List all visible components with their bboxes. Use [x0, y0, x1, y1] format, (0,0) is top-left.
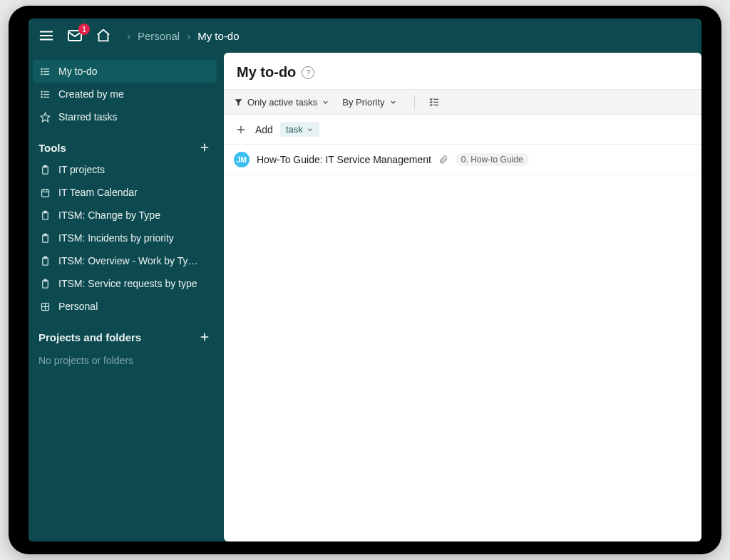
app-screen: 1 › Personal › My to-do My to-doCreated …: [29, 19, 701, 541]
list-icon: [38, 66, 51, 77]
sidebar-item-label: My to-do: [58, 66, 211, 77]
sidebar-item-it-projects[interactable]: IT projects: [29, 158, 221, 181]
inbox-badge: 1: [78, 24, 90, 35]
chevron-down-icon: [322, 98, 329, 106]
sidebar-item-it-team-calendar[interactable]: IT Team Calendar: [29, 181, 221, 204]
sidebar-item-my-to-do[interactable]: My to-do: [33, 60, 217, 83]
sidebar-item-label: Starred tasks: [58, 111, 211, 123]
svg-point-15: [41, 96, 41, 97]
home-icon[interactable]: [94, 26, 113, 45]
list-icon: [38, 89, 51, 100]
svg-point-7: [41, 68, 41, 69]
page-title: My to-do: [237, 64, 296, 81]
filter-sort[interactable]: By Priority: [342, 97, 396, 108]
filter-active-tasks[interactable]: Only active tasks: [234, 97, 329, 108]
clipboard-icon: [38, 233, 51, 244]
chevron-right-icon: ›: [187, 30, 190, 42]
clipboard-icon: [38, 279, 51, 289]
star-icon: [38, 112, 51, 123]
svg-point-9: [41, 73, 41, 74]
chevron-right-icon: ›: [127, 30, 130, 42]
sidebar-item-itsm-overview-work-by-ty[interactable]: ITSM: Overview - Work by Ty…: [29, 249, 221, 272]
add-task-row[interactable]: Add task: [224, 115, 701, 145]
add-project-icon[interactable]: [198, 331, 211, 343]
clipboard-icon: [38, 210, 51, 221]
sidebar-item-personal[interactable]: Personal: [29, 295, 221, 318]
page-title-row: My to-do ?: [224, 53, 701, 89]
breadcrumb-current: My to-do: [197, 30, 239, 42]
sidebar-item-itsm-change-by-type[interactable]: ITSM: Change by Type: [29, 204, 221, 227]
inbox-icon[interactable]: 1: [66, 26, 84, 45]
breadcrumb: › Personal › My to-do: [127, 30, 240, 42]
svg-point-14: [41, 93, 41, 94]
calendar-icon: [38, 187, 51, 198]
tools-title: Tools: [38, 142, 66, 154]
subtasks-toggle-icon[interactable]: [428, 95, 441, 108]
tasks-list: JMHow-To Guide: IT Service Management0. …: [224, 145, 701, 175]
task-tag: 0. How-to Guide: [456, 153, 529, 166]
main-panel: My to-do ? Only active tasks By Priority: [224, 53, 701, 541]
grid-icon: [38, 301, 51, 312]
sidebar-item-label: IT projects: [58, 164, 211, 175]
svg-marker-16: [41, 113, 50, 122]
plus-icon: [234, 123, 248, 137]
sidebar-item-created-by-me[interactable]: Created by me: [29, 83, 221, 105]
task-title: How-To Guide: IT Service Management: [257, 154, 431, 165]
chevron-down-icon: [389, 98, 397, 106]
sidebar-item-starred-tasks[interactable]: Starred tasks: [29, 105, 221, 128]
avatar: JM: [234, 152, 250, 167]
body: My to-doCreated by meStarred tasks Tools…: [29, 53, 701, 541]
projects-section-head: Projects and folders: [29, 318, 221, 348]
divider: [414, 95, 415, 108]
tools-section-head: Tools: [29, 128, 221, 158]
svg-point-13: [41, 91, 41, 92]
help-icon[interactable]: ?: [302, 66, 314, 79]
svg-point-8: [41, 71, 41, 71]
filter-sort-label: By Priority: [342, 97, 384, 108]
breadcrumb-parent[interactable]: Personal: [138, 30, 180, 42]
add-type-pill[interactable]: task: [280, 122, 319, 137]
svg-rect-21: [41, 190, 48, 197]
clipboard-icon: [38, 256, 51, 266]
task-row[interactable]: JMHow-To Guide: IT Service Management0. …: [224, 145, 701, 175]
sidebar-item-itsm-incidents-by-priority[interactable]: ITSM: Incidents by priority: [29, 227, 221, 249]
sidebar: My to-doCreated by meStarred tasks Tools…: [29, 53, 221, 541]
sidebar-item-label: ITSM: Change by Type: [58, 209, 211, 221]
sidebar-item-label: ITSM: Incidents by priority: [58, 232, 211, 244]
filter-active-tasks-label: Only active tasks: [247, 97, 317, 108]
sidebar-item-label: IT Team Calendar: [58, 187, 211, 198]
add-label: Add: [255, 124, 273, 135]
hamburger-menu-icon[interactable]: [37, 26, 56, 45]
sidebar-item-label: ITSM: Overview - Work by Ty…: [58, 255, 211, 266]
clipboard-icon: [38, 165, 51, 175]
attachment-icon: [438, 155, 448, 165]
sidebar-item-label: ITSM: Service requests by type: [58, 278, 211, 289]
chevron-down-icon: [307, 126, 314, 133]
topbar: 1 › Personal › My to-do: [29, 19, 701, 53]
add-type-label: task: [286, 124, 303, 135]
sidebar-item-itsm-service-requests-by-type[interactable]: ITSM: Service requests by type: [29, 272, 221, 295]
projects-empty: No projects or folders: [29, 348, 221, 373]
funnel-icon: [234, 98, 243, 107]
filter-bar: Only active tasks By Priority: [224, 89, 701, 115]
sidebar-item-label: Personal: [58, 301, 211, 312]
sidebar-item-label: Created by me: [58, 88, 211, 100]
add-tool-icon[interactable]: [198, 141, 211, 154]
projects-title: Projects and folders: [38, 331, 141, 343]
tablet-frame: 1 › Personal › My to-do My to-doCreated …: [9, 6, 721, 554]
